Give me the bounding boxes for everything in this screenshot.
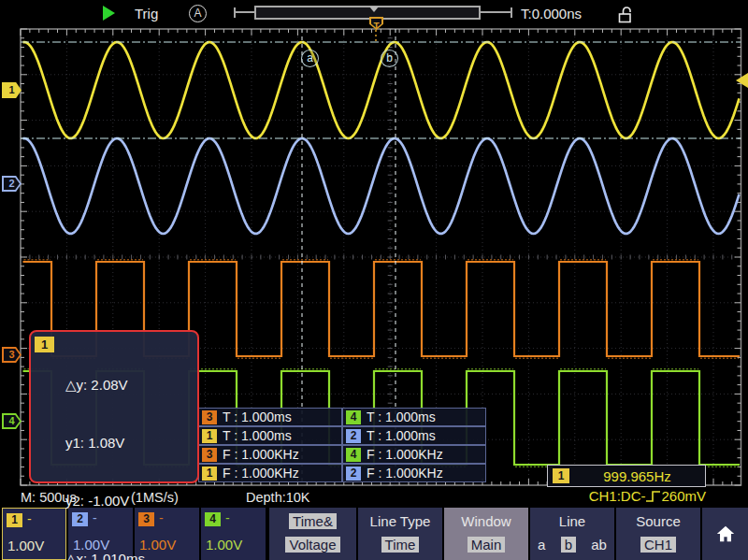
measurement-cell: 2T : 1.000ms xyxy=(342,426,486,445)
freq-counter-value: 999.965Hz xyxy=(569,468,705,484)
measurement-cell: 3T : 1.000ms xyxy=(198,408,342,426)
measurement-table: 3T : 1.000ms 4T : 1.000ms 1T : 1.000ms 2… xyxy=(198,408,486,482)
freq-counter-channel-badge: 1 xyxy=(553,468,569,483)
trigger-level-marker[interactable] xyxy=(736,73,748,88)
cursor-a-label[interactable]: a xyxy=(301,50,319,67)
measurement-cell: 2F : 1.000KHz xyxy=(342,464,486,482)
frequency-counter: 1 999.965Hz xyxy=(547,465,706,487)
measurement-cell: 1F : 1.000KHz xyxy=(198,464,342,482)
measurement-cell: 4F : 1.000KHz xyxy=(342,445,486,464)
cursor-readout-lines: △y: 2.08V y1: 1.08V y2: -1.00V △x: 1.010… xyxy=(65,337,147,560)
cursor-b-label[interactable]: b xyxy=(381,50,398,67)
measurement-cell: 3F : 1.000KHz xyxy=(198,445,342,464)
cursor-readout-panel: 1 △y: 2.08V y1: 1.08V y2: -1.00V △x: 1.0… xyxy=(29,330,199,483)
cursor-readout-channel-badge: 1 xyxy=(35,337,54,352)
measurement-cell: 4T : 1.000ms xyxy=(342,408,486,426)
oscilloscope-screen: Trig A T:0.000ns 1 2 3 4 T a b 1 △y: 2.0… xyxy=(0,0,748,560)
measurement-cell: 1T : 1.000ms xyxy=(198,426,342,445)
